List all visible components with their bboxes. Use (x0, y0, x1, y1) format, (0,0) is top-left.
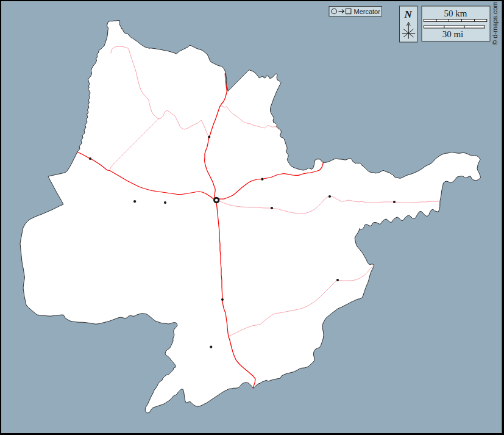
svg-text:N: N (404, 9, 413, 20)
svg-text:30 mi: 30 mi (442, 29, 464, 39)
svg-text:50 km: 50 km (444, 9, 467, 18)
svg-text:© d-maps.com: © d-maps.com (491, 1, 499, 45)
svg-text:Mercator: Mercator (354, 8, 381, 15)
